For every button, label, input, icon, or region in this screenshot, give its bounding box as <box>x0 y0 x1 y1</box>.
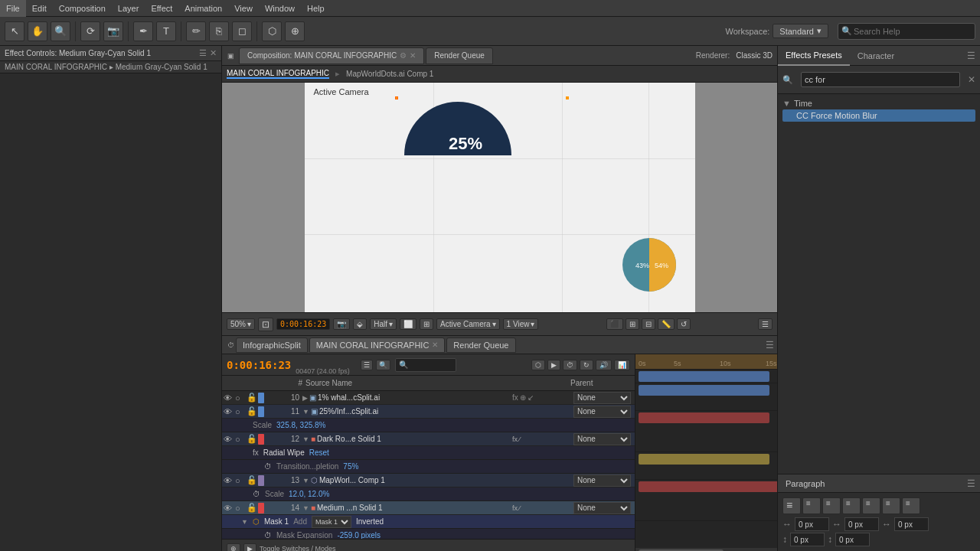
snapshot-btn[interactable]: 📷 <box>333 318 350 330</box>
workspace-dropdown[interactable]: Standard ▾ <box>773 24 828 38</box>
spacing-input-4[interactable] <box>790 533 825 546</box>
layer-row-13[interactable]: 👁 ○ 🔓 13 ▼ ⬡ MapWorl... Comp 1 <box>222 474 635 487</box>
layer-13-expand[interactable]: ▼ <box>302 477 309 484</box>
menu-view[interactable]: View <box>228 0 259 17</box>
menu-window[interactable]: Window <box>259 0 301 17</box>
layer-10-lock[interactable]: 🔓 <box>247 393 257 403</box>
layer-search[interactable] <box>395 358 456 372</box>
layer-12-solo[interactable]: ○ <box>235 435 246 444</box>
layer-14-sw1[interactable]: fx <box>512 504 518 512</box>
align-justify-right[interactable]: ≡ <box>882 497 900 514</box>
comp-tab-render[interactable]: Render Queue <box>426 47 493 64</box>
align-left[interactable]: ≡ <box>782 497 801 514</box>
layer-row-12[interactable]: 👁 ○ 🔓 12 ▼ ■ Dark Ro...e Solid 1 <box>222 432 635 446</box>
view-control[interactable]: 1 View ▾ <box>503 318 539 330</box>
layer-13-scale-stopwatch[interactable]: ⏱ <box>253 490 260 498</box>
align-justify-all[interactable]: ≡ <box>902 497 920 514</box>
panel-close-icon[interactable]: ✕ <box>210 48 217 58</box>
layer-row-14[interactable]: 👁 ○ 🔓 14 ▼ ■ Medium ...n Solid 1 <box>222 501 635 515</box>
layer-14-expand[interactable]: ▼ <box>302 504 309 512</box>
layer-14-solo[interactable]: ○ <box>235 504 246 513</box>
menu-edit[interactable]: Edit <box>26 0 53 17</box>
layer-10-solo[interactable]: ○ <box>235 393 246 403</box>
grid-btn[interactable]: ⊞ <box>626 318 639 330</box>
layer-12-reset-btn[interactable]: Reset <box>309 448 329 457</box>
effects-time-header[interactable]: ▼ Time <box>782 97 975 109</box>
align-right[interactable]: ≡ <box>822 497 841 514</box>
tl-tab-close[interactable]: ✕ <box>432 341 438 349</box>
layer-10-eye[interactable]: 👁 <box>224 393 234 403</box>
layer-14-exp-value[interactable]: -259.0 pixels <box>337 531 381 539</box>
quality-control[interactable]: Half ▾ <box>370 318 397 330</box>
layer-11-lock[interactable]: 🔓 <box>247 406 257 416</box>
menu-effect[interactable]: Effect <box>145 0 178 17</box>
layer-11-scale-value[interactable]: 325.8, 325.8% <box>276 421 326 429</box>
show-channel-btn[interactable]: ⬙ <box>353 318 367 330</box>
layer-row-10[interactable]: 👁 ○ 🔓 10 ▶ ▣ 1% whal...cSplit.ai <box>222 391 635 405</box>
layer-12-trans-value[interactable]: 75% <box>343 462 358 471</box>
zoom-control[interactable]: 50% ▾ <box>227 318 255 330</box>
timecode-display[interactable]: 0:00:16:23 <box>227 359 291 371</box>
tab-character[interactable]: Character <box>850 46 902 66</box>
render2-btn[interactable]: ▶ <box>243 543 256 552</box>
align-justify-left[interactable]: ≡ <box>842 497 861 514</box>
layer-11-eye[interactable]: 👁 <box>224 407 234 416</box>
guides-btn[interactable]: ⊟ <box>642 318 655 330</box>
layer-11-solo[interactable]: ○ <box>235 407 246 416</box>
reset-btn[interactable]: ↺ <box>677 318 691 330</box>
effects-item-cc-force-blur[interactable]: CC Force Motion Blur <box>782 109 975 122</box>
tool-puppet[interactable]: ⊕ <box>285 21 305 41</box>
layer-14-mask-expand[interactable]: ▼ <box>241 518 248 526</box>
camera-control[interactable]: Active Camera ▾ <box>436 318 500 330</box>
tool-pen[interactable]: ✒ <box>133 21 153 41</box>
layer-12-sw1[interactable]: fx <box>512 435 518 443</box>
menu-help[interactable]: Help <box>301 0 331 17</box>
tool-clone[interactable]: ⎘ <box>209 21 229 41</box>
tl-tab-render[interactable]: Render Queue <box>446 337 515 353</box>
layer-14-lock[interactable]: 🔓 <box>247 503 257 513</box>
layer-13-eye[interactable]: 👁 <box>224 476 234 485</box>
pixel-ratio-btn[interactable]: ⊞ <box>420 318 433 330</box>
tl-tab-main[interactable]: MAIN CORAL INFOGRAPHIC ✕ <box>309 337 446 353</box>
toggle-switches-label[interactable]: Toggle Switches / Modes <box>260 545 336 552</box>
align-justify-center[interactable]: ≡ <box>862 497 880 514</box>
timeline-scrollbar[interactable] <box>635 548 777 551</box>
menu-layer[interactable]: Layer <box>112 0 145 17</box>
layer-13-parent-select[interactable]: None <box>573 474 631 487</box>
comp-tab-close[interactable]: ✕ <box>410 51 416 60</box>
tool-select[interactable]: ↖ <box>5 21 24 41</box>
layer-10-sw3[interactable]: ↙ <box>528 393 534 402</box>
layer-12-parent-select[interactable]: None <box>573 433 631 445</box>
comp-tab-main[interactable]: Composition: MAIN CORAL INFOGRAPHIC ⚙ ✕ <box>239 47 424 64</box>
loop-btn[interactable]: ↻ <box>580 360 593 370</box>
spacing-input-1[interactable] <box>795 517 829 531</box>
spacing-input-2[interactable] <box>844 517 879 531</box>
layer-14-eye[interactable]: 👁 <box>224 504 234 513</box>
effects-search-input[interactable] <box>801 72 960 87</box>
spacing-input-3[interactable] <box>894 517 929 531</box>
layer-11-expand[interactable]: ▼ <box>302 408 309 416</box>
tab-paragraph[interactable]: Paragraph <box>778 474 832 493</box>
comp-nav-main[interactable]: MAIN CORAL INFOGRAPHIC <box>227 69 329 79</box>
spacing-input-5[interactable] <box>835 533 870 546</box>
tool-rotate[interactable]: ⟳ <box>80 21 100 41</box>
layer-13-lock[interactable]: 🔓 <box>247 475 257 485</box>
layer-14-mask-mode[interactable]: Mask 1 <box>312 516 351 528</box>
new-comp-btn[interactable]: ⊕ <box>227 543 240 552</box>
layer-11-parent-select[interactable]: None <box>573 406 631 418</box>
timeline-options[interactable]: ☰ <box>766 340 774 350</box>
right-panel-options[interactable]: ☰ <box>967 51 980 61</box>
ruler-btn[interactable]: 📏 <box>658 318 675 330</box>
comp-nav-map[interactable]: MapWorldDots.ai Comp 1 <box>346 70 433 78</box>
layer-13-scale-value[interactable]: 12.0, 12.0% <box>289 490 329 498</box>
panel-options[interactable]: ☰ <box>758 318 773 330</box>
layer-10-parent-select[interactable]: None <box>573 392 631 404</box>
layer-14-exp-stopwatch[interactable]: ⏱ <box>264 531 272 539</box>
comp-tab-settings-icon[interactable]: ⚙ <box>400 51 407 60</box>
effects-time-expand[interactable]: ▼ <box>782 99 791 108</box>
search-input[interactable] <box>838 23 975 40</box>
tool-hand[interactable]: ✋ <box>28 21 47 41</box>
menu-file[interactable]: File <box>0 0 26 17</box>
layer-row-11[interactable]: 👁 ○ 🔓 11 ▼ ▣ 25%/Inf...cSplit.ai <box>222 405 635 419</box>
render-btn[interactable]: ▶ <box>547 360 560 370</box>
